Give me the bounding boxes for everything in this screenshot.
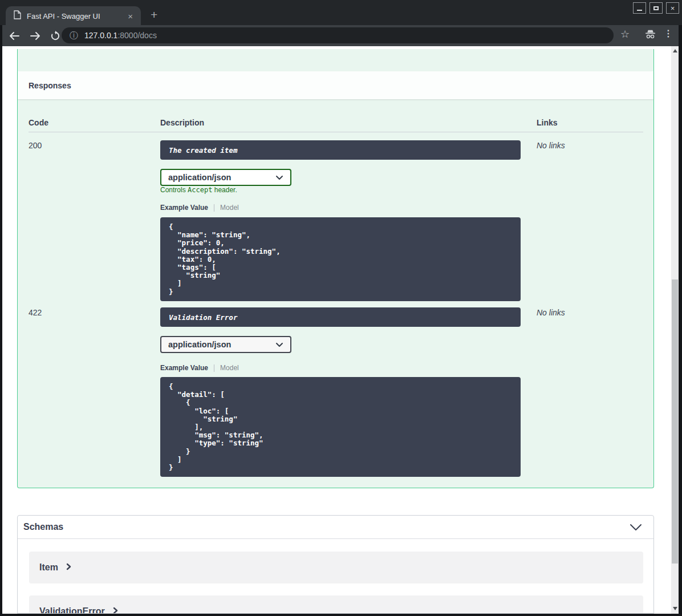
maximize-button[interactable] [649,2,663,14]
minimize-button[interactable] [633,2,646,14]
tab-example-value[interactable]: Example Value [160,364,208,372]
url-path: :8000/docs [117,31,157,40]
bookmark-star-icon[interactable]: ☆ [620,29,630,39]
tab-example-value[interactable]: Example Value [160,204,208,212]
scrollbar-thumb[interactable] [672,279,678,564]
expand-chevron-icon [66,562,71,573]
example-code-block: { "detail": [ { "loc": [ "string" ], "ms… [160,377,521,477]
nav-buttons [7,25,63,46]
forward-icon[interactable] [27,29,42,43]
browser-tab[interactable]: Fast API - Swagger UI × [6,6,141,26]
expand-chevron-icon [113,606,118,614]
schemas-header[interactable]: Schemas [18,516,653,539]
response-code: 200 [29,141,42,150]
responses-section-header: Responses [18,71,653,99]
chevron-down-icon [275,172,283,183]
example-code-block: { "name": "string", "price": 0, "descrip… [160,217,521,301]
schema-model-validationerror[interactable]: ValidationError [29,595,643,614]
scroll-down-icon[interactable] [673,607,677,610]
accept-header-note: Controls Accept header. [160,186,237,194]
schemas-section: Schemas Item ValidationError [17,515,654,614]
example-model-tabs: Example Value Model [160,364,239,372]
incognito-icon [644,30,656,42]
document-icon [14,10,21,22]
tab-divider [214,204,214,212]
window-border-left [0,25,2,616]
chevron-down-icon [275,339,283,350]
browser-menu-icon[interactable]: ⋮ [664,28,673,39]
tab-model[interactable]: Model [220,204,239,212]
collapse-chevron-icon[interactable] [630,524,642,534]
back-icon[interactable] [7,29,22,43]
new-tab-button[interactable]: + [147,7,161,23]
window-border-right [679,25,682,616]
window-border-bottom [0,614,682,616]
media-type-select[interactable]: application/json [160,169,291,186]
schema-model-item[interactable]: Item [29,552,643,583]
address-bar[interactable]: ⓘ 127.0.0.1:8000/docs [62,27,614,43]
window-controls: × [633,2,679,14]
media-type-select[interactable]: application/json [160,336,291,353]
window-titlebar: Fast API - Swagger UI × + × [0,0,682,25]
schemas-title: Schemas [23,522,63,532]
scroll-up-icon[interactable] [673,49,677,52]
response-links: No links [537,141,565,150]
example-model-tabs: Example Value Model [160,204,239,212]
close-button[interactable]: × [666,2,679,14]
tab-close-icon[interactable]: × [125,11,135,22]
tab-model[interactable]: Model [220,364,239,372]
response-description: Validation Error [160,307,521,327]
table-header-divider [29,132,643,132]
url-host: 127.0.0.1 [84,31,117,40]
response-code: 422 [29,308,42,317]
column-header-description: Description [160,118,204,127]
column-header-links: Links [537,118,558,127]
tab-divider [214,364,214,372]
tab-title: Fast API - Swagger UI [27,12,125,21]
column-header-code: Code [29,118,48,127]
site-info-icon[interactable]: ⓘ [70,30,78,41]
response-description: The created item [160,140,521,160]
reload-icon[interactable] [48,29,63,43]
response-links: No links [537,308,565,317]
responses-title: Responses [29,81,71,90]
